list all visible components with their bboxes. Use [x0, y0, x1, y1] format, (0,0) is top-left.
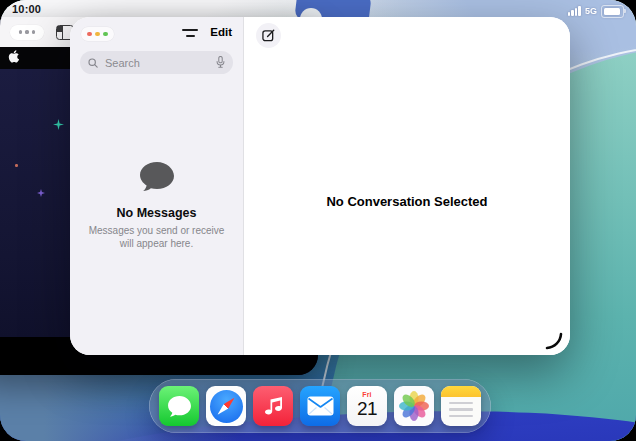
compose-button[interactable] — [256, 23, 281, 48]
search-input[interactable] — [103, 56, 211, 70]
search-icon — [88, 54, 98, 72]
calendar-day-label: 21 — [357, 399, 377, 418]
search-bar[interactable] — [80, 51, 233, 74]
battery-icon — [601, 5, 624, 18]
teal-sparkle-icon — [53, 116, 64, 134]
ellipsis-icon[interactable] — [10, 25, 44, 40]
conversation-pane: No Conversation Selected — [244, 17, 570, 355]
ipad-screen: iPhone 17 Pro Edit — [0, 0, 636, 441]
dock-app-messages[interactable] — [159, 386, 199, 426]
edit-button[interactable]: Edit — [210, 26, 232, 38]
empty-state-title: No Messages — [117, 206, 197, 220]
status-bar-time: 10:00 — [12, 3, 41, 15]
minimize-window-icon[interactable] — [95, 32, 100, 37]
mail-envelope-icon — [307, 396, 334, 416]
safari-compass-icon — [210, 390, 243, 423]
music-note-icon — [261, 394, 285, 418]
apple-logo-icon — [8, 49, 19, 67]
dock-app-calendar[interactable]: Fri 21 — [347, 386, 387, 426]
red-star-dot — [15, 164, 18, 167]
dock-app-notes[interactable] — [441, 386, 481, 426]
microphone-icon[interactable] — [216, 54, 225, 72]
dock: Fri 21 — [149, 379, 491, 433]
window-resize-handle[interactable] — [541, 328, 563, 350]
cellular-signal-icon — [568, 6, 581, 16]
purple-sparkle-icon — [37, 183, 45, 201]
messages-sidebar: Edit No Messages Messages you send or re… — [70, 17, 244, 355]
messages-window: Edit No Messages Messages you send or re… — [70, 17, 570, 355]
dock-app-mail[interactable] — [300, 386, 340, 426]
window-controls[interactable] — [81, 27, 114, 41]
dock-app-photos[interactable] — [394, 386, 434, 426]
calendar-weekday-label: Fri — [362, 391, 372, 398]
status-bar-indicators: 5G — [568, 5, 624, 18]
compose-icon — [262, 29, 275, 42]
no-conversation-label: No Conversation Selected — [244, 194, 570, 209]
empty-state-subtitle: Messages you send or receive will appear… — [81, 224, 233, 251]
close-window-icon[interactable] — [87, 32, 92, 37]
chat-bubble-icon — [139, 161, 175, 197]
network-type-label: 5G — [585, 6, 597, 16]
dock-app-safari[interactable] — [206, 386, 246, 426]
notes-icon-header — [441, 386, 481, 397]
filter-icon[interactable] — [182, 27, 198, 36]
zoom-window-icon[interactable] — [103, 32, 108, 37]
no-messages-empty-state: No Messages Messages you send or receive… — [70, 74, 243, 355]
messages-app-icon — [167, 395, 192, 418]
dock-app-music[interactable] — [253, 386, 293, 426]
